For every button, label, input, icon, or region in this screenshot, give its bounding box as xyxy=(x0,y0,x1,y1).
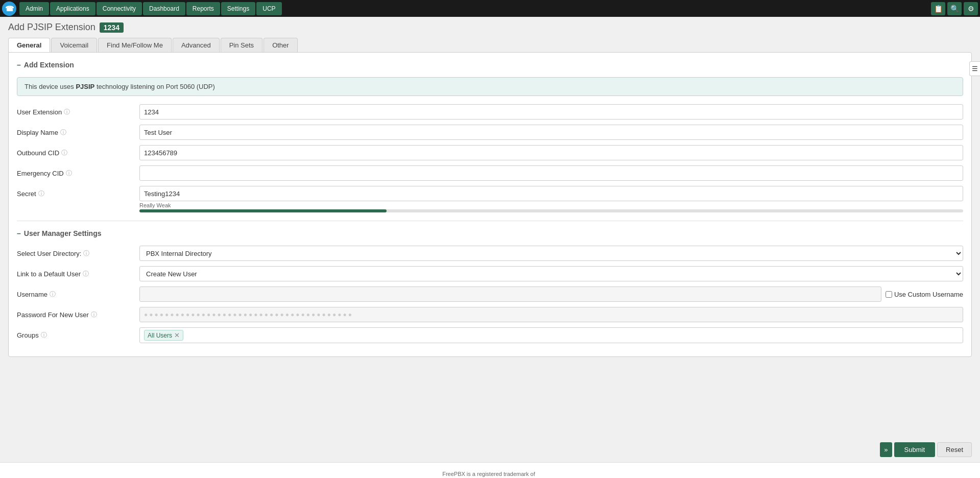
custom-username-check-label[interactable]: Use Custom Username xyxy=(886,291,963,298)
tab-advanced[interactable]: Advanced xyxy=(173,38,220,52)
user-extension-row: User Extension ⓘ xyxy=(17,104,963,119)
nav-reports[interactable]: Reports xyxy=(186,2,220,15)
user-extension-input[interactable] xyxy=(139,104,963,119)
outbound-cid-label: Outbound CID ⓘ xyxy=(17,145,139,157)
footer-bar: » Submit Reset xyxy=(0,437,980,462)
display-name-wrap xyxy=(139,125,963,140)
info-text-prefix: This device uses xyxy=(25,83,76,90)
strength-label: Really Weak xyxy=(139,202,963,208)
select-user-dir-label: Select User Directory: ⓘ xyxy=(17,246,139,258)
groups-label: Groups ⓘ xyxy=(17,327,139,340)
link-default-user-help-icon[interactable]: ⓘ xyxy=(83,270,89,278)
group-tag-all-users: All Users ✕ xyxy=(144,330,183,341)
outbound-cid-row: Outbound CID ⓘ xyxy=(17,145,963,160)
freepbx-logo: ☎ xyxy=(2,2,16,16)
strength-bar-bg xyxy=(139,209,963,212)
nav-ucp[interactable]: UCP xyxy=(256,2,281,15)
submit-button[interactable]: Submit xyxy=(894,442,935,457)
display-name-help-icon[interactable]: ⓘ xyxy=(60,128,66,137)
secret-help-icon[interactable]: ⓘ xyxy=(38,189,44,198)
nav-dashboard[interactable]: Dashboard xyxy=(143,2,185,15)
page-title: Add PJSIP Extension 1234 xyxy=(8,22,972,33)
group-tag-remove-icon[interactable]: ✕ xyxy=(174,331,180,339)
info-text-bold: PJSIP xyxy=(76,83,94,90)
tab-pinsets[interactable]: Pin Sets xyxy=(221,38,262,52)
username-row: Username ⓘ Use Custom Username xyxy=(17,286,963,302)
select-user-dir-help-icon[interactable]: ⓘ xyxy=(83,249,89,258)
display-name-input[interactable] xyxy=(139,125,963,140)
emergency-cid-row: Emergency CID ⓘ xyxy=(17,165,963,181)
section-toggle-icon[interactable]: – xyxy=(17,61,21,69)
outbound-cid-wrap xyxy=(139,145,963,160)
secret-wrap: Really Weak xyxy=(139,186,963,212)
secret-label: Secret ⓘ xyxy=(17,186,139,198)
footer-copyright: FreePBX is a registered trademark of San… xyxy=(437,470,541,478)
outbound-cid-input[interactable] xyxy=(139,145,963,160)
username-input[interactable] xyxy=(139,286,881,302)
extension-badge: 1234 xyxy=(100,22,124,33)
user-extension-help-icon[interactable]: ⓘ xyxy=(64,108,70,116)
add-extension-title: Add Extension xyxy=(24,61,74,69)
info-text-suffix: technology listening on Port 5060 (UDP) xyxy=(94,83,215,90)
nav-admin[interactable]: Admin xyxy=(19,2,49,15)
nav-applications[interactable]: Applications xyxy=(50,2,95,15)
groups-row: Groups ⓘ All Users ✕ xyxy=(17,327,963,343)
main-panel: – Add Extension This device uses PJSIP t… xyxy=(8,52,972,357)
link-default-user-row: Link to a Default User ⓘ Create New User xyxy=(17,266,963,281)
select-user-dir-dropdown[interactable]: PBX Internal Directory xyxy=(139,246,963,261)
outbound-cid-help-icon[interactable]: ⓘ xyxy=(61,149,67,157)
nav-gear-icon[interactable]: ⚙ xyxy=(964,2,978,15)
link-default-user-wrap: Create New User xyxy=(139,266,963,281)
reset-button[interactable]: Reset xyxy=(937,442,972,457)
pjsip-info-box: This device uses PJSIP technology listen… xyxy=(17,77,963,96)
groups-tags-container[interactable]: All Users ✕ xyxy=(139,327,963,343)
groups-wrap: All Users ✕ xyxy=(139,327,963,343)
add-extension-header: – Add Extension xyxy=(17,61,963,71)
tab-bar: General Voicemail Find Me/Follow Me Adva… xyxy=(8,38,972,52)
username-label: Username ⓘ xyxy=(17,286,139,299)
nav-connectivity[interactable]: Connectivity xyxy=(97,2,142,15)
tab-general[interactable]: General xyxy=(8,38,50,52)
user-manager-header: – User Manager Settings xyxy=(17,229,963,240)
username-input-row: Use Custom Username xyxy=(139,286,963,302)
nav-clipboard-icon[interactable]: 📋 xyxy=(931,2,945,15)
display-name-label: Display Name ⓘ xyxy=(17,125,139,137)
password-new-user-help-icon[interactable]: ⓘ xyxy=(91,310,97,319)
strength-bar xyxy=(139,209,387,212)
password-new-user-row: Password For New User ⓘ ●●●●●●●●●●●●●●●●… xyxy=(17,307,963,322)
select-user-dir-wrap: PBX Internal Directory xyxy=(139,246,963,261)
tab-findme[interactable]: Find Me/Follow Me xyxy=(98,38,172,52)
nav-settings[interactable]: Settings xyxy=(221,2,255,15)
user-extension-label: User Extension ⓘ xyxy=(17,104,139,116)
tab-other[interactable]: Other xyxy=(264,38,298,52)
select-user-dir-row: Select User Directory: ⓘ PBX Internal Di… xyxy=(17,246,963,261)
svg-text:☎: ☎ xyxy=(5,5,14,13)
emergency-cid-input[interactable] xyxy=(139,165,963,181)
custom-username-checkbox[interactable] xyxy=(886,291,892,298)
user-manager-toggle-icon[interactable]: – xyxy=(17,229,21,237)
page-title-text: Add PJSIP Extension xyxy=(8,22,95,33)
password-new-user-field: ●●●●●●●●●●●●●●●●●●●●●●●●●●●●●●●●●●●●●●●● xyxy=(139,307,963,322)
list-icon: ☰ xyxy=(972,65,978,73)
tab-voicemail[interactable]: Voicemail xyxy=(51,38,97,52)
nav-right-actions: 📋 🔍 ⚙ xyxy=(931,2,978,15)
secret-input[interactable] xyxy=(139,186,963,201)
user-manager-title: User Manager Settings xyxy=(24,229,102,237)
link-default-user-dropdown[interactable]: Create New User xyxy=(139,266,963,281)
user-extension-wrap xyxy=(139,104,963,119)
emergency-cid-help-icon[interactable]: ⓘ xyxy=(66,169,72,178)
password-new-user-label: Password For New User ⓘ xyxy=(17,307,139,319)
username-wrap: Use Custom Username xyxy=(139,286,963,302)
right-panel-toggle[interactable]: ☰ xyxy=(969,61,980,76)
groups-help-icon[interactable]: ⓘ xyxy=(41,331,47,340)
link-default-user-label: Link to a Default User ⓘ xyxy=(17,266,139,278)
arrow-button[interactable]: » xyxy=(880,442,892,457)
password-new-user-wrap: ●●●●●●●●●●●●●●●●●●●●●●●●●●●●●●●●●●●●●●●● xyxy=(139,307,963,322)
secret-row: Secret ⓘ Really Weak xyxy=(17,186,963,212)
username-help-icon[interactable]: ⓘ xyxy=(50,290,56,299)
emergency-cid-wrap xyxy=(139,165,963,181)
main-content: Add PJSIP Extension 1234 General Voicema… xyxy=(0,17,980,437)
nav-search-icon[interactable]: 🔍 xyxy=(947,2,962,15)
top-nav: ☎ Admin Applications Connectivity Dashbo… xyxy=(0,0,980,17)
display-name-row: Display Name ⓘ xyxy=(17,125,963,140)
